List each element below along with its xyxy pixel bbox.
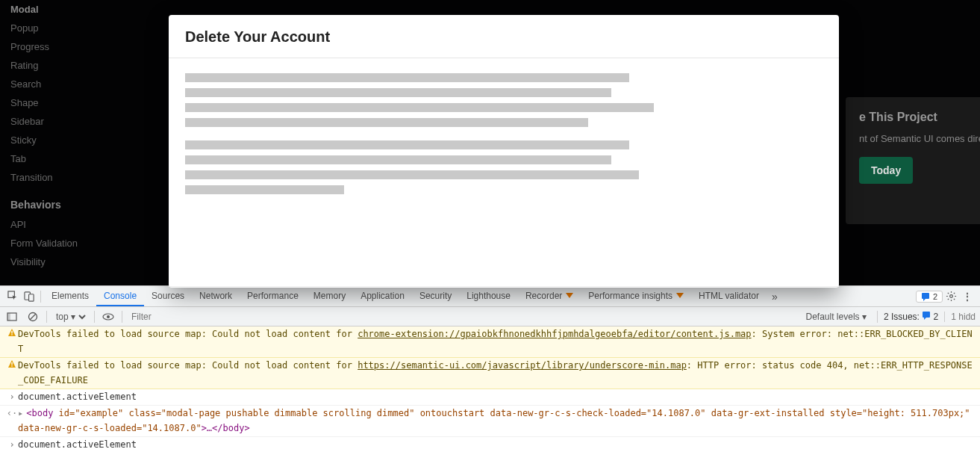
placeholder-line bbox=[185, 185, 344, 194]
chat-icon bbox=[922, 311, 931, 320]
sidebar-item-search[interactable]: Search bbox=[10, 75, 143, 93]
svg-point-4 bbox=[949, 295, 952, 298]
chat-icon bbox=[921, 292, 930, 301]
placeholder-line bbox=[185, 140, 629, 149]
warning-icon bbox=[6, 358, 18, 373]
result-icon: ‹· bbox=[6, 406, 18, 421]
placeholder-line bbox=[185, 103, 654, 112]
log-levels-selector[interactable]: Default levels ▾ bbox=[806, 312, 871, 322]
sidebar-section-behaviors: Behaviors bbox=[10, 187, 143, 215]
issues-pill-count: 2 bbox=[934, 312, 939, 322]
source-map-link[interactable]: https://semantic-ui.com/javascript/libra… bbox=[358, 360, 687, 371]
hidden-messages-label[interactable]: 1 hidd bbox=[944, 312, 976, 322]
tab-elements[interactable]: Elements bbox=[44, 286, 96, 306]
tab-html-validator[interactable]: HTML validator bbox=[691, 286, 767, 306]
tab-performance-insights[interactable]: Performance insights bbox=[581, 286, 691, 306]
sidebar-item-sticky[interactable]: Sticky bbox=[10, 131, 143, 149]
console-result[interactable]: ▸<body id="example" class="modal-page pu… bbox=[18, 406, 974, 436]
tab-security[interactable]: Security bbox=[412, 286, 459, 306]
modal-header: Delete Your Account bbox=[169, 15, 839, 58]
execution-context-selector[interactable]: top ▾ bbox=[53, 311, 88, 323]
sidebar-item-shape[interactable]: Shape bbox=[10, 93, 143, 112]
sidebar-item-api[interactable]: API bbox=[10, 215, 143, 234]
devtools-tab-strip: Elements Console Sources Network Perform… bbox=[0, 286, 980, 307]
prompt-icon: › bbox=[6, 389, 18, 404]
issues-count: 2 bbox=[933, 292, 937, 301]
tab-network[interactable]: Network bbox=[192, 286, 240, 306]
placeholder-line bbox=[185, 170, 639, 179]
toggle-console-sidebar-icon[interactable] bbox=[4, 309, 19, 324]
console-filter-input[interactable] bbox=[128, 310, 352, 323]
page-viewport: Modal Popup Progress Rating Search Shape… bbox=[0, 0, 980, 285]
source-map-link[interactable]: chrome-extension://gpaiobkfhnonedkhhfjpm… bbox=[358, 329, 751, 339]
console-command: document.activeElement bbox=[18, 389, 974, 404]
tab-recorder[interactable]: Recorder bbox=[518, 286, 581, 306]
issues-label: 2 Issues: bbox=[884, 312, 920, 322]
placeholder-line bbox=[185, 73, 629, 82]
promo-body: nt of Semantic UI comes direc munity. bbox=[859, 131, 980, 146]
placeholder-line bbox=[185, 155, 611, 164]
devtools-settings-icon[interactable] bbox=[943, 288, 959, 305]
live-expression-icon[interactable] bbox=[101, 309, 116, 324]
svg-rect-2 bbox=[28, 294, 34, 301]
toolbar-divider bbox=[94, 311, 95, 323]
tab-lighthouse[interactable]: Lighthouse bbox=[459, 286, 518, 306]
svg-rect-3 bbox=[922, 293, 929, 299]
console-result-row: ‹· ▸<body id="example" class="modal-page… bbox=[0, 406, 980, 437]
console-issues-counter[interactable]: 2 bbox=[916, 291, 943, 303]
sidebar-item-visibility[interactable]: Visibility bbox=[10, 253, 143, 271]
sidebar-item-transition[interactable]: Transition bbox=[10, 168, 143, 187]
toggle-device-toolbar-icon[interactable] bbox=[21, 288, 37, 305]
placeholder-line bbox=[185, 88, 611, 97]
console-log-area[interactable]: DevTools failed to load source map: Coul… bbox=[0, 326, 980, 452]
promo-title: e This Project bbox=[859, 111, 980, 124]
delete-account-modal: Delete Your Account bbox=[169, 15, 839, 288]
issues-pill[interactable]: 2 Issues: 2 bbox=[884, 311, 938, 322]
preview-badge-icon bbox=[676, 292, 684, 300]
toolbar-divider bbox=[877, 311, 878, 323]
console-warning-row: DevTools failed to load source map: Coul… bbox=[0, 326, 980, 358]
modal-footer-edge bbox=[169, 286, 839, 288]
modal-title: Delete Your Account bbox=[185, 28, 823, 46]
sidebar-item-popup[interactable]: Popup bbox=[10, 19, 143, 37]
modal-body bbox=[169, 58, 839, 286]
tab-divider bbox=[40, 291, 41, 303]
inspect-element-icon[interactable] bbox=[4, 288, 21, 305]
expand-icon[interactable]: ▸ bbox=[18, 408, 26, 418]
svg-point-10 bbox=[107, 315, 110, 318]
sidebar-item-sidebar[interactable]: Sidebar bbox=[10, 112, 143, 131]
tab-performance[interactable]: Performance bbox=[240, 286, 306, 306]
warning-icon bbox=[6, 326, 18, 341]
tab-sources[interactable]: Sources bbox=[144, 286, 192, 306]
svg-rect-15 bbox=[11, 365, 12, 366]
promo-cta-button[interactable]: Today bbox=[859, 157, 913, 184]
promo-card: e This Project nt of Semantic UI comes d… bbox=[846, 97, 980, 224]
tab-application[interactable]: Application bbox=[353, 286, 412, 306]
sidebar-item-rating[interactable]: Rating bbox=[10, 56, 143, 75]
toolbar-divider bbox=[46, 311, 47, 323]
tab-memory[interactable]: Memory bbox=[306, 286, 353, 306]
sidebar-item-form-validation[interactable]: Form Validation bbox=[10, 234, 143, 253]
doc-sidebar: Modal Popup Progress Rating Search Shape… bbox=[0, 0, 153, 285]
prompt-icon: › bbox=[6, 437, 18, 452]
preview-badge-icon bbox=[566, 292, 573, 300]
svg-rect-6 bbox=[7, 313, 10, 321]
warning-message: DevTools failed to load source map: Coul… bbox=[18, 358, 974, 388]
svg-rect-12 bbox=[11, 331, 12, 334]
svg-rect-11 bbox=[923, 312, 930, 318]
svg-line-8 bbox=[30, 314, 36, 320]
tab-console[interactable]: Console bbox=[96, 286, 144, 306]
console-warning-row: DevTools failed to load source map: Coul… bbox=[0, 358, 980, 389]
sidebar-item-progress[interactable]: Progress bbox=[10, 37, 143, 56]
placeholder-line bbox=[185, 118, 588, 127]
devtools-more-icon[interactable]: ⋮ bbox=[959, 288, 976, 305]
console-command: document.activeElement bbox=[18, 437, 974, 452]
toolbar-divider bbox=[122, 311, 122, 323]
devtools-panel: Elements Console Sources Network Perform… bbox=[0, 285, 980, 452]
sidebar-item-tab[interactable]: Tab bbox=[10, 149, 143, 168]
console-toolbar: top ▾ Default levels ▾ 2 Issues: 2 1 hid… bbox=[0, 307, 980, 326]
sidebar-item-modal[interactable]: Modal bbox=[10, 0, 143, 19]
more-tabs-icon[interactable]: » bbox=[767, 288, 783, 305]
clear-console-icon[interactable] bbox=[25, 309, 40, 324]
console-input-row: › document.activeElement bbox=[0, 437, 980, 452]
